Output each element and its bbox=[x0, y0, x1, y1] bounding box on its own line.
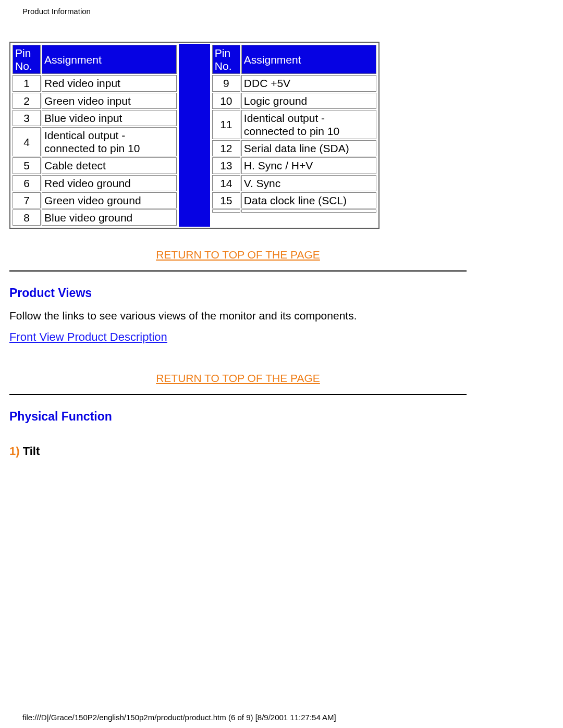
col-header-assignment: Assignment bbox=[42, 45, 177, 74]
subheading-tilt: 1) Tilt bbox=[9, 445, 467, 458]
divider bbox=[9, 394, 467, 395]
table-row: 7Green video ground bbox=[13, 192, 177, 208]
pin-table-right: Pin No. Assignment 9DDC +5V 10Logic grou… bbox=[211, 44, 377, 214]
table-row: 2Green video input bbox=[13, 93, 177, 109]
cell-assignment: Red video input bbox=[42, 75, 177, 91]
pin-table-left: Pin No. Assignment 1Red video input 2Gre… bbox=[11, 44, 178, 227]
cell-pin: 2 bbox=[13, 93, 41, 109]
cell-pin: 10 bbox=[212, 93, 240, 109]
table-spacer bbox=[179, 44, 210, 227]
cell-pin: 9 bbox=[212, 75, 240, 91]
table-row: 5Cable detect bbox=[13, 157, 177, 174]
col-header-pin: Pin No. bbox=[212, 45, 240, 74]
col-header-assignment: Assignment bbox=[241, 45, 376, 74]
cell-pin: 3 bbox=[13, 110, 41, 126]
table-row: 3Blue video input bbox=[13, 110, 177, 126]
cell-pin bbox=[212, 209, 240, 213]
table-row: 13H. Sync / H+V bbox=[212, 157, 376, 174]
table-row: 12Serial data line (SDA) bbox=[212, 140, 376, 156]
cell-assignment: V. Sync bbox=[241, 175, 376, 191]
table-row: 1Red video input bbox=[13, 75, 177, 91]
cell-assignment: H. Sync / H+V bbox=[241, 157, 376, 174]
cell-assignment: Serial data line (SDA) bbox=[241, 140, 376, 156]
table-row bbox=[212, 209, 376, 213]
cell-assignment: DDC +5V bbox=[241, 75, 376, 91]
cell-assignment: Logic ground bbox=[241, 93, 376, 109]
table-row: 10Logic ground bbox=[212, 93, 376, 109]
cell-pin: 7 bbox=[13, 192, 41, 208]
cell-assignment: Blue video ground bbox=[42, 209, 177, 226]
cell-assignment: Cable detect bbox=[42, 157, 177, 174]
cell-pin: 14 bbox=[212, 175, 240, 191]
cell-assignment: Red video ground bbox=[42, 175, 177, 191]
table-row: 8Blue video ground bbox=[13, 209, 177, 226]
cell-assignment: Blue video input bbox=[42, 110, 177, 126]
heading-physical-function: Physical Function bbox=[9, 410, 467, 424]
cell-assignment: Identical output - connected to pin 10 bbox=[42, 127, 177, 156]
divider bbox=[9, 270, 467, 272]
cell-pin: 8 bbox=[13, 209, 41, 226]
cell-assignment: Data clock line (SCL) bbox=[241, 192, 376, 208]
item-number: 1) bbox=[9, 445, 20, 458]
table-row: 15Data clock line (SCL) bbox=[212, 192, 376, 208]
table-row: 6Red video ground bbox=[13, 175, 177, 191]
cell-pin: 5 bbox=[13, 157, 41, 174]
table-row: 11Identical output - connected to pin 10 bbox=[212, 110, 376, 139]
page-footer-path: file:///D|/Grace/150P2/english/150p2m/pr… bbox=[22, 713, 336, 722]
cell-pin: 4 bbox=[13, 127, 41, 156]
item-label: Tilt bbox=[20, 445, 40, 458]
table-row: 9DDC +5V bbox=[212, 75, 376, 91]
cell-assignment bbox=[241, 209, 376, 213]
col-header-pin: Pin No. bbox=[13, 45, 41, 74]
product-views-text: Follow the links to see various views of… bbox=[9, 310, 467, 322]
cell-pin: 12 bbox=[212, 140, 240, 156]
return-to-top-link[interactable]: RETURN TO TOP OF THE PAGE bbox=[9, 372, 467, 385]
front-view-link[interactable]: Front View Product Description bbox=[9, 330, 167, 344]
cell-assignment: Identical output - connected to pin 10 bbox=[241, 110, 376, 139]
cell-pin: 6 bbox=[13, 175, 41, 191]
cell-pin: 13 bbox=[212, 157, 240, 174]
table-row: 14V. Sync bbox=[212, 175, 376, 191]
breadcrumb: Product Information bbox=[22, 7, 91, 16]
return-to-top-link[interactable]: RETURN TO TOP OF THE PAGE bbox=[9, 249, 467, 261]
cell-pin: 15 bbox=[212, 192, 240, 208]
cell-pin: 1 bbox=[13, 75, 41, 91]
cell-assignment: Green video ground bbox=[42, 192, 177, 208]
cell-assignment: Green video input bbox=[42, 93, 177, 109]
table-row: 4Identical output - connected to pin 10 bbox=[13, 127, 177, 156]
cell-pin: 11 bbox=[212, 110, 240, 139]
pin-assignment-table: Pin No. Assignment 1Red video input 2Gre… bbox=[9, 42, 380, 229]
heading-product-views: Product Views bbox=[9, 286, 467, 300]
